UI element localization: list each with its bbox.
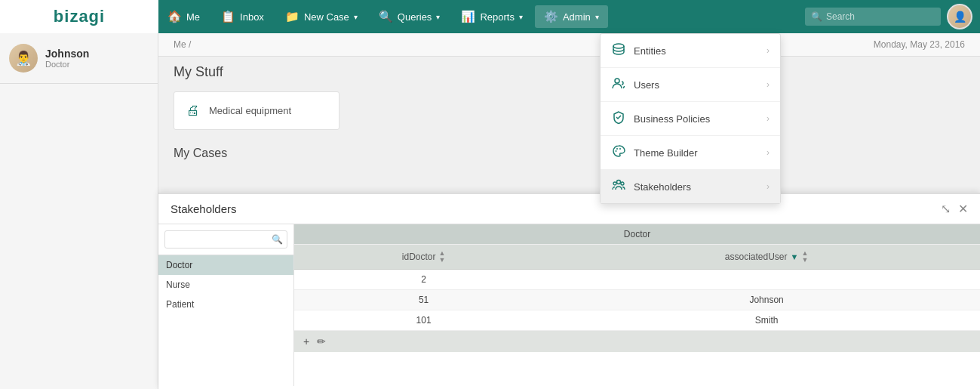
svg-point-3 (616, 148, 618, 150)
admin-caret: ▾ (595, 13, 599, 21)
list-search-input[interactable] (164, 230, 287, 249)
dropdown-item-stakeholders[interactable]: Stakeholders › (601, 170, 780, 203)
user-avatar-nav[interactable]: 👤 (947, 4, 972, 29)
svg-point-2 (616, 150, 617, 152)
cell-iddoctor-2: 51 (294, 290, 553, 310)
equipment-icon: 🖨 (186, 103, 200, 119)
sidebar-user-role: Doctor (45, 60, 89, 69)
svg-point-5 (617, 181, 621, 184)
sidebar: 👨‍⚕️ Johnson Doctor (0, 33, 158, 389)
table-panel: Doctor idDoctor ▲▼ (294, 224, 980, 386)
stakeholders-caret: › (766, 181, 770, 192)
content-date: Monday, May 23, 2016 (874, 39, 965, 50)
medical-equipment-card[interactable]: 🖨 Medical equipment (174, 91, 339, 130)
panel-title: Stakeholders (171, 202, 237, 215)
list-search: 🔍 (158, 224, 293, 255)
panel-controls: ⤡ ✕ (941, 202, 968, 216)
col-header-associateduser: associatedUser ▼ ▲▼ (553, 245, 980, 270)
business-policies-label: Business Policies (634, 113, 710, 125)
nav-item-new-case[interactable]: 📁 New Case ▾ (276, 5, 367, 28)
main-layout: 👨‍⚕️ Johnson Doctor Me / Monday, May 23,… (0, 33, 980, 389)
logo: bizagi (54, 7, 105, 26)
nav-label-admin: Admin (563, 11, 591, 23)
dropdown-item-theme-builder[interactable]: Theme Builder › (601, 136, 780, 170)
admin-icon: ⚙️ (544, 10, 558, 23)
content-header: Me / Monday, May 23, 2016 (158, 33, 980, 57)
search-input[interactable] (805, 8, 941, 26)
nav-items: 🏠 Me 📋 Inbox 📁 New Case ▾ 🔍 Queries ▾ 📊 … (158, 5, 805, 28)
col-label-associateduser: associatedUser (725, 252, 788, 262)
nav-item-reports[interactable]: 📊 Reports ▾ (452, 5, 532, 28)
table-row: 2 (294, 270, 980, 290)
sort-icon-associateduser[interactable]: ▲▼ (801, 250, 808, 264)
col-header-iddoctor: idDoctor ▲▼ (294, 245, 553, 270)
nav-item-inbox[interactable]: 📋 Inbox (212, 5, 273, 28)
theme-builder-caret: › (766, 147, 770, 158)
navbar: bizagi 🏠 Me 📋 Inbox 📁 New Case ▾ 🔍 Queri… (0, 0, 980, 33)
theme-builder-label: Theme Builder (634, 147, 698, 159)
edit-row-button[interactable]: ✏ (317, 335, 326, 347)
my-stuff-section: 🖨 Medical equipment (158, 84, 980, 137)
inbox-icon: 📋 (221, 10, 235, 23)
search-wrapper: 🔍 (805, 8, 941, 26)
cell-iddoctor-1: 2 (294, 270, 553, 290)
table-footer: + ✏ (294, 331, 980, 352)
breadcrumb: Me / (174, 39, 191, 50)
main-content: Me / Monday, May 23, 2016 My Stuff 🖨 Med… (158, 33, 980, 389)
list-panel: 🔍 Doctor Nurse Patient (158, 224, 294, 386)
panel-header: Stakeholders ⤡ ✕ (158, 194, 980, 224)
new-case-caret: ▾ (354, 13, 358, 21)
list-item-doctor[interactable]: Doctor (158, 255, 293, 275)
sidebar-user: 👨‍⚕️ Johnson Doctor (0, 33, 158, 84)
nav-item-admin[interactable]: ⚙️ Admin ▾ (535, 5, 608, 28)
users-icon (611, 76, 626, 93)
svg-point-4 (619, 148, 621, 150)
stakeholders-label: Stakeholders (634, 181, 691, 193)
nav-label-new-case: New Case (304, 11, 349, 23)
business-policies-caret: › (766, 113, 770, 124)
admin-dropdown: Entities › Users › (600, 33, 781, 204)
nav-item-me[interactable]: 🏠 Me (158, 5, 209, 28)
filter-icon[interactable]: ▼ (791, 252, 799, 261)
avatar: 👤 (948, 5, 971, 29)
list-search-icon: 🔍 (272, 234, 283, 245)
svg-point-6 (613, 182, 616, 185)
dropdown-item-entities[interactable]: Entities › (601, 34, 780, 68)
stakeholders-icon (611, 178, 626, 195)
sort-icon-iddoctor[interactable]: ▲▼ (438, 250, 445, 264)
dropdown-item-users[interactable]: Users › (601, 68, 780, 102)
my-cases-title: My Cases (158, 137, 980, 160)
reports-caret: ▾ (519, 13, 523, 21)
panel-body: 🔍 Doctor Nurse Patient Doctor (158, 224, 980, 386)
brand: bizagi (0, 0, 158, 33)
dropdown-item-business-policies[interactable]: Business Policies › (601, 102, 780, 136)
list-item-patient[interactable]: Patient (158, 295, 293, 314)
cell-iddoctor-3: 101 (294, 310, 553, 331)
sidebar-avatar-icon: 👨‍⚕️ (9, 44, 38, 73)
sidebar-user-name: Johnson (45, 48, 89, 60)
nav-label-me: Me (186, 11, 200, 23)
users-caret: › (766, 79, 770, 90)
entities-label: Entities (634, 45, 666, 57)
svg-point-1 (615, 79, 619, 83)
sidebar-user-info: Johnson Doctor (45, 48, 89, 69)
table-section-header: Doctor (294, 224, 980, 245)
list-item-nurse[interactable]: Nurse (158, 275, 293, 295)
nav-item-queries[interactable]: 🔍 Queries ▾ (370, 5, 450, 28)
expand-button[interactable]: ⤡ (941, 202, 951, 216)
stakeholders-panel: Stakeholders ⤡ ✕ 🔍 Doctor Nurse (158, 193, 980, 389)
queries-caret: ▾ (436, 13, 440, 21)
nav-label-queries: Queries (398, 11, 432, 23)
cell-associateduser-3: Smith (553, 310, 980, 331)
entities-caret: › (766, 45, 770, 56)
reports-icon: 📊 (461, 10, 475, 23)
add-row-button[interactable]: + (303, 335, 309, 347)
new-case-icon: 📁 (285, 10, 300, 23)
entities-icon (611, 42, 626, 59)
users-label: Users (634, 79, 659, 91)
col-label-iddoctor: idDoctor (402, 252, 436, 262)
nav-label-inbox: Inbox (240, 11, 264, 23)
cell-associateduser-2: Johnson (553, 290, 980, 310)
close-button[interactable]: ✕ (958, 202, 968, 216)
home-icon: 🏠 (167, 10, 182, 23)
